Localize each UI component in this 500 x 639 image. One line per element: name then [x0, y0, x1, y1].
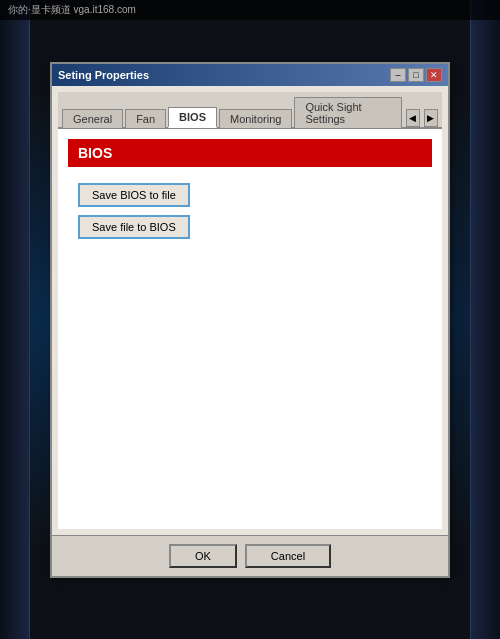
tab-scroll-right[interactable]: ▶ [424, 109, 438, 127]
ok-button[interactable]: OK [169, 544, 237, 568]
close-button[interactable]: ✕ [426, 68, 442, 82]
tab-scroll-left[interactable]: ◀ [406, 109, 420, 127]
watermark: 你的·显卡频道 vga.it168.com [0, 0, 500, 20]
tab-bios[interactable]: BIOS [168, 107, 217, 128]
window-title: Seting Properties [58, 69, 149, 81]
tab-general[interactable]: General [62, 109, 123, 128]
tab-monitoring[interactable]: Monitoring [219, 109, 292, 128]
bios-section-header: BIOS [68, 139, 432, 167]
tab-content-bios: BIOS Save BIOS to file Save file to BIOS [58, 129, 442, 529]
minimize-button[interactable]: – [390, 68, 406, 82]
maximize-button[interactable]: □ [408, 68, 424, 82]
dialog-content: General Fan BIOS Monitoring Quick Sight … [52, 86, 448, 535]
right-panel-decoration [470, 0, 500, 639]
left-panel-decoration [0, 0, 30, 639]
title-bar-buttons: – □ ✕ [390, 68, 442, 82]
save-file-to-bios-button[interactable]: Save file to BIOS [78, 215, 190, 239]
tab-bar: General Fan BIOS Monitoring Quick Sight … [58, 92, 442, 129]
cancel-button[interactable]: Cancel [245, 544, 331, 568]
tab-fan[interactable]: Fan [125, 109, 166, 128]
dialog-footer: OK Cancel [52, 535, 448, 576]
tab-quick-sight[interactable]: Quick Sight Settings [294, 97, 401, 128]
dialog-window: Seting Properties – □ ✕ General Fan BIOS… [50, 62, 450, 578]
title-bar: Seting Properties – □ ✕ [52, 64, 448, 86]
save-bios-to-file-button[interactable]: Save BIOS to file [78, 183, 190, 207]
